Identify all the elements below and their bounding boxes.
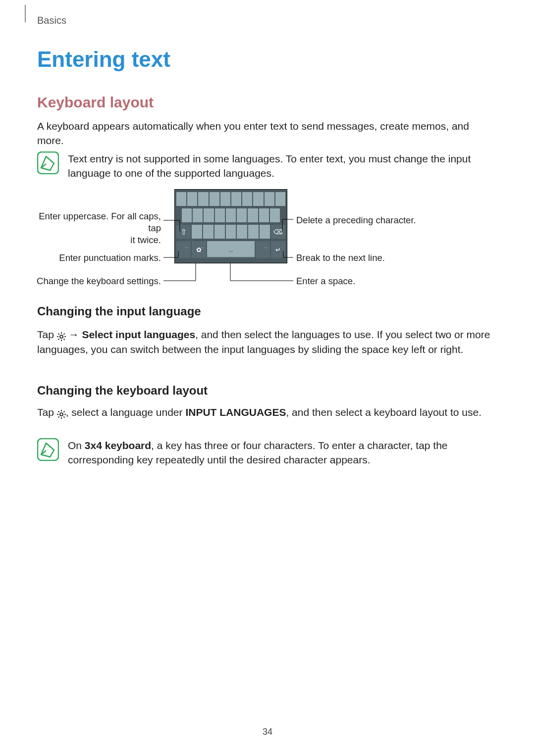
dots-icon: ⋯ — [176, 237, 191, 258]
page-number: 34 — [0, 727, 535, 737]
key-generic — [214, 225, 225, 239]
svg-point-2 — [60, 335, 63, 338]
breadcrumb: Basics — [37, 15, 66, 26]
callout-space: Enter a space. — [296, 276, 355, 287]
key-shift: ⇧ — [176, 225, 191, 239]
note-text-2: On 3x4 keyboard, a key has three or four… — [68, 438, 495, 467]
callout-uppercase: Enter uppercase. For all caps, tap it tw… — [32, 210, 161, 246]
callout-punctuation: Enter punctuation marks. — [59, 252, 161, 263]
page-margin-tab — [25, 5, 26, 22]
subheading-input-language: Changing the input language — [37, 304, 201, 318]
svg-line-16 — [58, 411, 59, 412]
key-generic — [237, 208, 247, 222]
section-heading-keyboard-layout: Keyboard layout — [37, 94, 154, 111]
note-text-1: Text entry is not supported in some lang… — [68, 151, 495, 181]
key-generic — [182, 208, 192, 222]
key-generic — [210, 192, 219, 206]
keyboard-illustration: ⇧ ⌫ ⋯ ✿⋯ ⎵ ⋯ ↵ — [174, 189, 287, 263]
key-generic — [265, 192, 274, 206]
note-icon — [37, 438, 59, 461]
key-settings: ✿⋯ — [192, 241, 206, 258]
gear-icon — [57, 330, 66, 339]
key-space: ⎵ — [207, 241, 255, 258]
svg-line-8 — [63, 339, 64, 340]
key-generic — [231, 192, 241, 206]
key-generic — [237, 225, 247, 239]
key-generic — [204, 208, 214, 222]
svg-line-17 — [63, 417, 64, 418]
svg-line-10 — [63, 334, 64, 335]
key-generic — [203, 225, 214, 239]
gear-icon — [57, 408, 66, 417]
note-row-2: On 3x4 keyboard, a key has three or four… — [37, 438, 495, 467]
key-generic — [187, 192, 197, 206]
paragraph-keyboard-layout: Tap , select a language under INPUT LANG… — [37, 405, 495, 420]
backspace-icon: ⌫ — [271, 225, 285, 239]
svg-line-18 — [58, 417, 59, 418]
callout-nextline: Break to the next line. — [296, 252, 385, 263]
key-generic — [192, 225, 202, 239]
key-generic — [253, 192, 263, 206]
key-generic — [275, 192, 285, 206]
key-generic — [226, 225, 236, 239]
return-icon: ↵ — [271, 241, 285, 258]
shift-icon: ⇧ — [176, 225, 191, 239]
svg-line-7 — [58, 334, 59, 335]
note-row-1: Text entry is not supported in some lang… — [37, 151, 495, 181]
key-generic — [220, 192, 230, 206]
key-generic — [176, 192, 186, 206]
paragraph-input-language: Tap → Select input languages, and then s… — [37, 327, 495, 357]
key-generic — [270, 208, 280, 222]
key-generic — [242, 192, 252, 206]
key-generic — [198, 192, 208, 206]
key-backspace: ⌫ — [271, 225, 285, 239]
key-generic — [248, 208, 258, 222]
callout-delete: Delete a preceding character. — [296, 215, 416, 226]
key-generic — [248, 225, 259, 239]
key-generic — [226, 208, 236, 222]
svg-rect-0 — [38, 152, 58, 174]
key-enter: ↵ — [271, 241, 285, 258]
dots-icon: ⋯ — [256, 237, 270, 258]
svg-line-19 — [63, 411, 64, 412]
key-generic — [193, 208, 203, 222]
callout-settings: Change the keyboard settings. — [37, 276, 161, 287]
svg-rect-20 — [38, 439, 58, 460]
key-generic — [259, 208, 269, 222]
space-icon: ⎵ — [207, 241, 255, 257]
intro-paragraph: A keyboard appears automatically when yo… — [37, 119, 495, 148]
subheading-keyboard-layout: Changing the keyboard layout — [37, 384, 208, 398]
key-generic — [260, 225, 270, 239]
key-period: ⋯ — [256, 241, 270, 258]
svg-line-9 — [58, 339, 59, 340]
note-icon — [37, 151, 59, 174]
page-title: Entering text — [37, 47, 170, 72]
key-generic — [215, 208, 225, 222]
dots-icon: ⋯ — [192, 237, 206, 258]
svg-point-11 — [60, 413, 63, 416]
key-symbols: ⋯ — [176, 241, 191, 258]
